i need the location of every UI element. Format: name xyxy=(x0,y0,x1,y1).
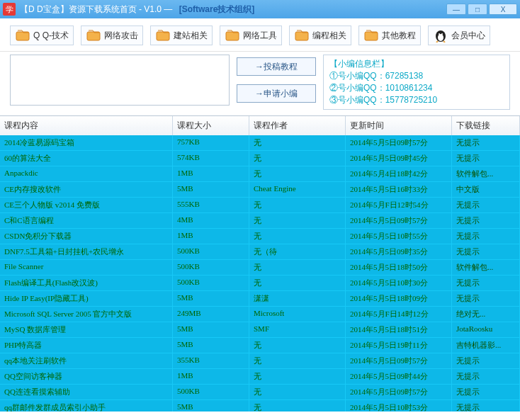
apply-editor-button[interactable]: →申请小编 xyxy=(237,84,316,103)
cell-updated: 2014年5月5日10时30分 xyxy=(346,276,452,290)
folder-icon xyxy=(15,28,30,42)
cell-author: 无 xyxy=(249,353,346,368)
table-row[interactable]: CSDN免积分下载器1MB无2014年5月5日10时55分无提示 xyxy=(0,229,520,244)
cell-link[interactable]: 无提示 xyxy=(452,244,520,259)
cell-updated: 2014年5月5日09时35分 xyxy=(346,244,452,259)
cell-content: PHP特高器 xyxy=(0,338,173,353)
cell-updated: 2014年5月5日09时57分 xyxy=(346,353,452,368)
table-row[interactable]: qq群邮件发群成员索引小助手5MB无2014年5月5日10时53分无提示 xyxy=(0,400,520,412)
table-wrap: 课程内容 课程大小 课程作者 更新时间 下载链接 2014冷蓝易源码宝箱757K… xyxy=(0,115,520,412)
cell-link[interactable]: 吉特机器影... xyxy=(452,338,520,353)
submit-tutorial-button[interactable]: →投稿教程 xyxy=(237,57,316,76)
cell-size: 500KB xyxy=(173,244,249,259)
cell-content: C和C语言编程 xyxy=(0,213,173,228)
table-row[interactable]: 60的算法大全574KB无2014年5月5日09时45分无提示 xyxy=(0,151,520,166)
cell-author: 无 xyxy=(249,229,346,244)
svg-rect-1 xyxy=(87,32,100,40)
cell-link[interactable]: 无提示 xyxy=(452,291,520,306)
table-row[interactable]: QQ连连看摸索辅助500KB无2014年5月5日09时57分无提示 xyxy=(0,385,520,400)
penguin-icon xyxy=(433,28,448,42)
close-button[interactable]: X xyxy=(489,4,517,15)
toolbar-btn-3[interactable]: 网络工具 xyxy=(220,25,282,45)
cell-content: QQ连连看摸索辅助 xyxy=(0,385,173,399)
cell-link[interactable]: 软件解包... xyxy=(452,260,520,275)
col-updated[interactable]: 更新时间 xyxy=(346,116,452,135)
action-buttons: →投稿教程 →申请小编 xyxy=(237,55,316,110)
toolbar-btn-5[interactable]: 其他教程 xyxy=(358,25,421,45)
cell-link[interactable]: 无提示 xyxy=(452,400,520,412)
preview-box xyxy=(10,55,230,106)
toolbar-label: 建站相关 xyxy=(174,30,208,42)
cell-link[interactable]: 中文版 xyxy=(452,182,520,197)
table-row[interactable]: Microsoft SQL Server 2005 官方中文版249MBMicr… xyxy=(0,307,520,322)
cell-updated: 2014年5月5日09时57分 xyxy=(346,213,452,228)
toolbar-btn-6[interactable]: 会员中心 xyxy=(428,25,490,45)
table-row[interactable]: 2014冷蓝易源码宝箱757KB无2014年5月5日09时57分无提示 xyxy=(0,135,520,151)
minimize-button[interactable]: — xyxy=(446,4,466,15)
toolbar-label: 编程相关 xyxy=(312,30,346,42)
col-content[interactable]: 课程内容 xyxy=(0,116,173,135)
toolbar-label: Q Q-技术 xyxy=(33,30,69,42)
cell-author: 无 xyxy=(249,198,346,212)
cell-link[interactable]: 无提示 xyxy=(452,198,520,212)
window-org: [Software技术组织] xyxy=(179,4,255,14)
cell-size: 500KB xyxy=(173,385,249,399)
col-link[interactable]: 下载链接 xyxy=(452,116,520,135)
table-row[interactable]: CE三个人物版 v2014 免费版555KB无2014年5月F日12时54分无提… xyxy=(0,198,520,213)
info-header: 【小编信息栏】 xyxy=(329,58,504,70)
folder-icon xyxy=(363,28,379,42)
col-size[interactable]: 课程大小 xyxy=(173,116,249,135)
folder-icon xyxy=(225,28,240,42)
toolbar-btn-1[interactable]: 网络攻击 xyxy=(81,25,143,45)
toolbar-label: 会员中心 xyxy=(451,30,485,42)
toolbar-label: 网络攻击 xyxy=(104,30,138,42)
cell-size: 574KB xyxy=(173,151,249,166)
editor-info-box: 【小编信息栏】 ①号小编QQ：67285138②号小编QQ：1010861234… xyxy=(323,55,510,110)
app-icon: 学 xyxy=(3,3,16,16)
cell-author: 潇潇 xyxy=(249,291,346,306)
cell-link[interactable]: 无提示 xyxy=(452,369,520,384)
cell-link[interactable]: JotaRoosku xyxy=(452,322,520,337)
cell-content: Flash编译工具(Flash改汉波) xyxy=(0,276,173,290)
info-line: ②号小编QQ：1010861234 xyxy=(329,82,504,94)
cell-content: DNF7.5工具箱+日封挂机+农民增永 xyxy=(0,244,173,259)
toolbar-btn-0[interactable]: Q Q-技术 xyxy=(10,25,74,45)
toolbar-btn-4[interactable]: 编程相关 xyxy=(289,25,351,45)
cell-link[interactable]: 绝对无... xyxy=(452,307,520,322)
table-row[interactable]: MySQ 数据库管理5MBSMF2014年5月5日18时51分JotaRoosk… xyxy=(0,322,520,338)
table-row[interactable]: QQ空间访客神器1MB无2014年5月5日09时44分无提示 xyxy=(0,369,520,385)
cell-content: Anpackdic xyxy=(0,166,173,181)
table-row[interactable]: Anpackdic1MB无2014年5月4日18时42分软件解包... xyxy=(0,166,520,182)
cell-link[interactable]: 无提示 xyxy=(452,353,520,368)
table-row[interactable]: File Scanner500KB无2014年5月5日18时50分软件解包... xyxy=(0,260,520,276)
cell-link[interactable]: 无提示 xyxy=(452,276,520,290)
table-body[interactable]: 2014冷蓝易源码宝箱757KB无2014年5月5日09时57分无提示60的算法… xyxy=(0,135,520,412)
window-title-text: 【D D宝盒】资源下载系统首页 - V1.0 — xyxy=(20,4,175,14)
col-author[interactable]: 课程作者 xyxy=(249,116,346,135)
cell-updated: 2014年5月5日10时55分 xyxy=(346,229,452,244)
table-row[interactable]: C和C语言编程4MB无2014年5月5日09时57分无提示 xyxy=(0,213,520,229)
cell-link[interactable]: 无提示 xyxy=(452,213,520,228)
table-row[interactable]: Flash编译工具(Flash改汉波)500KB无2014年5月5日10时30分… xyxy=(0,276,520,291)
cell-size: 555KB xyxy=(173,198,249,212)
cell-author: 无 xyxy=(249,338,346,353)
cell-link[interactable]: 无提示 xyxy=(452,151,520,166)
toolbar-btn-2[interactable]: 建站相关 xyxy=(150,25,213,45)
cell-link[interactable]: 无提示 xyxy=(452,385,520,399)
table-row[interactable]: PHP特高器5MB无2014年5月5日19时11分吉特机器影... xyxy=(0,338,520,353)
mid-section: →投稿教程 →申请小编 【小编信息栏】 ①号小编QQ：67285138②号小编Q… xyxy=(0,52,520,115)
svg-rect-4 xyxy=(295,32,308,40)
table-row[interactable]: Hide IP Easy(IP隐藏工具)5MB潇潇2014年5月5日18时09分… xyxy=(0,291,520,307)
cell-author: 无 xyxy=(249,276,346,290)
maximize-button[interactable]: □ xyxy=(468,4,487,15)
cell-author: 无 xyxy=(249,260,346,275)
cell-link[interactable]: 无提示 xyxy=(452,135,520,150)
cell-content: Microsoft SQL Server 2005 官方中文版 xyxy=(0,307,173,322)
table-row[interactable]: DNF7.5工具箱+日封挂机+农民增永500KB无（待2014年5月5日09时3… xyxy=(0,244,520,260)
table-row[interactable]: CE内存搜改软件5MBCheat Engine2014年5月5日16时33分中文… xyxy=(0,182,520,198)
table-row[interactable]: qq本地关注刷软件355KB无2014年5月5日09时57分无提示 xyxy=(0,353,520,369)
window-buttons: — □ X xyxy=(446,4,517,15)
cell-link[interactable]: 软件解包... xyxy=(452,166,520,181)
cell-link[interactable]: 无提示 xyxy=(452,229,520,244)
cell-updated: 2014年5月5日18时50分 xyxy=(346,260,452,275)
